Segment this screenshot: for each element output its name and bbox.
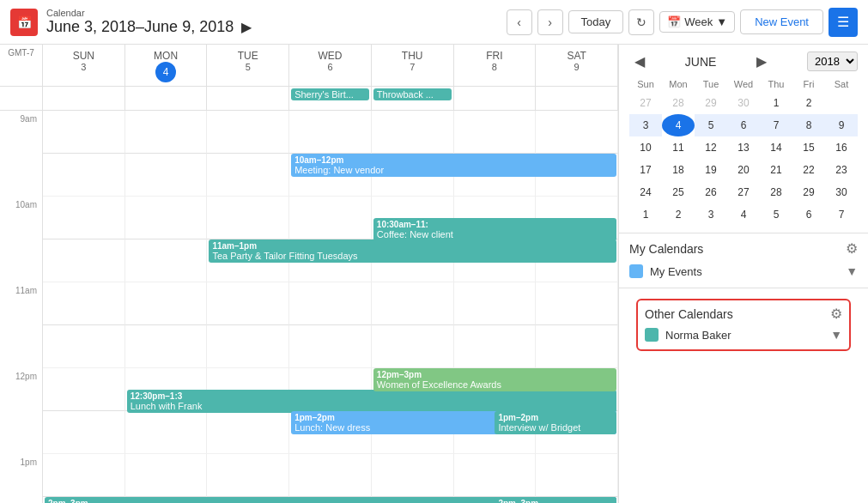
time-cell-r8-c4[interactable] bbox=[372, 454, 454, 497]
mini-cal-day-1-4[interactable]: 7 bbox=[760, 114, 792, 136]
time-cell-r8-c2[interactable] bbox=[207, 454, 289, 497]
time-cell-r5-c6[interactable] bbox=[536, 325, 618, 368]
norma-baker-expand-button[interactable]: ▼ bbox=[830, 328, 842, 342]
time-cell-r5-c3[interactable] bbox=[289, 325, 372, 368]
time-cell-r8-c1[interactable] bbox=[125, 454, 208, 497]
time-cell-r3-c0[interactable] bbox=[43, 239, 125, 282]
mini-cal-day-1-2[interactable]: 5 bbox=[695, 114, 727, 136]
mini-cal-day-3-3[interactable]: 20 bbox=[727, 159, 760, 181]
time-cell-r2-c2[interactable] bbox=[207, 197, 289, 239]
time-cell-r5-c2[interactable] bbox=[207, 325, 289, 368]
mini-cal-day-2-4[interactable]: 14 bbox=[760, 136, 792, 159]
time-cell-r3-c1[interactable] bbox=[125, 239, 208, 282]
time-cell-r0-c2[interactable] bbox=[207, 111, 289, 154]
time-cell-r4-c5[interactable] bbox=[454, 282, 537, 325]
prev-button[interactable]: ‹ bbox=[507, 9, 532, 35]
mini-cal-day-2-3[interactable]: 13 bbox=[727, 136, 760, 159]
mini-cal-day-5-6[interactable]: 7 bbox=[825, 203, 858, 226]
time-cell-r7-c0[interactable] bbox=[43, 411, 125, 454]
time-cell-r4-c3[interactable] bbox=[289, 282, 372, 325]
hamburger-menu-button[interactable]: ☰ bbox=[829, 8, 858, 37]
time-cell-r1-c0[interactable] bbox=[43, 154, 125, 197]
today-button[interactable]: Today bbox=[568, 10, 624, 33]
mini-cal-day-0-0[interactable]: 27 bbox=[629, 92, 662, 114]
mini-cal-day-3-6[interactable]: 23 bbox=[825, 159, 858, 181]
mini-cal-day-4-5[interactable]: 29 bbox=[792, 181, 825, 203]
mini-cal-day-4-2[interactable]: 26 bbox=[695, 181, 727, 203]
time-cell-r4-c0[interactable] bbox=[43, 282, 125, 325]
mini-cal-day-5-3[interactable]: 4 bbox=[727, 203, 760, 226]
mini-cal-day-5-0[interactable]: 1 bbox=[629, 203, 662, 226]
mini-next-button[interactable]: ▶ bbox=[751, 52, 772, 71]
time-cell-r8-c5[interactable] bbox=[454, 454, 537, 497]
time-cell-r4-c6[interactable] bbox=[536, 282, 618, 325]
mini-cal-day-2-5[interactable]: 15 bbox=[792, 136, 825, 159]
mini-cal-day-4-1[interactable]: 25 bbox=[662, 181, 695, 203]
mini-cal-day-0-2[interactable]: 29 bbox=[695, 92, 727, 114]
mini-cal-day-2-2[interactable]: 12 bbox=[695, 136, 727, 159]
time-cell-r4-c4[interactable] bbox=[372, 282, 454, 325]
allday-event-throwback[interactable]: Throwback ... bbox=[373, 88, 452, 100]
calendar-event-4[interactable]: 12pm–3pmWomen of Excellence Awards bbox=[373, 368, 616, 391]
mini-cal-day-1-3[interactable]: 6 bbox=[727, 114, 760, 136]
mini-cal-day-2-0[interactable]: 10 bbox=[629, 136, 662, 159]
mini-cal-day-5-5[interactable]: 6 bbox=[792, 203, 825, 226]
time-cell-r7-c2[interactable] bbox=[207, 411, 289, 454]
mini-cal-day-1-5[interactable]: 8 bbox=[792, 114, 825, 136]
mini-cal-day-2-1[interactable]: 11 bbox=[662, 136, 695, 159]
my-calendars-gear-button[interactable]: ⚙ bbox=[846, 240, 858, 257]
time-cell-r1-c2[interactable] bbox=[207, 154, 289, 197]
time-cell-r0-c3[interactable] bbox=[289, 111, 372, 154]
time-cell-r0-c6[interactable] bbox=[536, 111, 618, 154]
calendar-event-1[interactable]: 11am–1pmTea Party & Tailor Fitting Tuesd… bbox=[209, 239, 616, 263]
mini-cal-day-1-6[interactable]: 9 bbox=[825, 114, 858, 136]
mini-cal-day-1-0[interactable]: 3 bbox=[629, 114, 662, 136]
time-cell-r8-c6[interactable] bbox=[536, 454, 618, 497]
time-cell-r5-c4[interactable] bbox=[372, 325, 454, 368]
mini-cal-day-3-1[interactable]: 18 bbox=[662, 159, 695, 181]
mini-cal-day-0-1[interactable]: 28 bbox=[662, 92, 695, 114]
time-cell-r2-c1[interactable] bbox=[125, 197, 208, 239]
calendar-event-8[interactable]: 2pm–3pmInterview w/ Eva for bbox=[495, 497, 616, 503]
mini-cal-day-5-1[interactable]: 2 bbox=[662, 203, 695, 226]
my-events-checkbox[interactable] bbox=[629, 264, 643, 278]
mini-cal-day-3-5[interactable]: 22 bbox=[792, 159, 825, 181]
mini-prev-button[interactable]: ◀ bbox=[629, 52, 650, 71]
new-event-button[interactable]: New Event bbox=[740, 9, 823, 34]
mini-cal-day-3-0[interactable]: 17 bbox=[629, 159, 662, 181]
time-cell-r2-c0[interactable] bbox=[43, 197, 125, 239]
time-cell-r7-c1[interactable] bbox=[125, 411, 208, 454]
calendar-event-2[interactable]: 12:30pm–1:3Lunch with Frank bbox=[127, 390, 616, 413]
time-cell-r5-c5[interactable] bbox=[454, 325, 537, 368]
mini-cal-day-0-4[interactable]: 1 bbox=[760, 92, 792, 114]
time-cell-r0-c1[interactable] bbox=[125, 111, 208, 154]
time-cell-r2-c3[interactable] bbox=[289, 197, 372, 239]
mini-cal-day-0-6[interactable] bbox=[825, 92, 858, 114]
other-calendars-gear-button[interactable]: ⚙ bbox=[830, 306, 842, 322]
time-cell-r8-c0[interactable] bbox=[43, 454, 125, 497]
time-cell-r5-c0[interactable] bbox=[43, 325, 125, 368]
calendar-event-5[interactable]: 1pm–2pmInterview w/ Bridget bbox=[495, 411, 616, 434]
time-cell-r0-c0[interactable] bbox=[43, 111, 125, 154]
allday-event-sherry[interactable]: Sherry's Birt... bbox=[291, 88, 369, 100]
mini-cal-day-3-2[interactable]: 19 bbox=[695, 159, 727, 181]
view-selector[interactable]: 📅 Week ▼ bbox=[659, 11, 735, 33]
mini-cal-day-5-4[interactable]: 5 bbox=[760, 203, 792, 226]
mini-cal-day-4-0[interactable]: 24 bbox=[629, 181, 662, 203]
calendar-event-10[interactable]: 10:30am–11:Coffee: New client bbox=[373, 218, 616, 241]
time-cell-r1-c1[interactable] bbox=[125, 154, 208, 197]
my-events-expand-button[interactable]: ▼ bbox=[846, 264, 858, 278]
mini-cal-day-1-1[interactable]: 4 bbox=[662, 114, 695, 136]
time-cell-r6-c0[interactable] bbox=[43, 368, 125, 411]
mini-cal-day-4-6[interactable]: 30 bbox=[825, 181, 858, 203]
time-cell-r8-c3[interactable] bbox=[289, 454, 372, 497]
next-button[interactable]: › bbox=[537, 9, 563, 35]
time-cell-r5-c1[interactable] bbox=[125, 325, 208, 368]
norma-baker-checkbox[interactable] bbox=[645, 328, 659, 342]
mini-cal-day-4-4[interactable]: 28 bbox=[760, 181, 792, 203]
mini-cal-day-4-3[interactable]: 27 bbox=[727, 181, 760, 203]
mini-cal-day-0-3[interactable]: 30 bbox=[727, 92, 760, 114]
time-cell-r4-c1[interactable] bbox=[125, 282, 208, 325]
calendar-event-0[interactable]: 10am–12pmMeeting: New vendor bbox=[291, 154, 616, 177]
time-cell-r0-c5[interactable] bbox=[454, 111, 537, 154]
